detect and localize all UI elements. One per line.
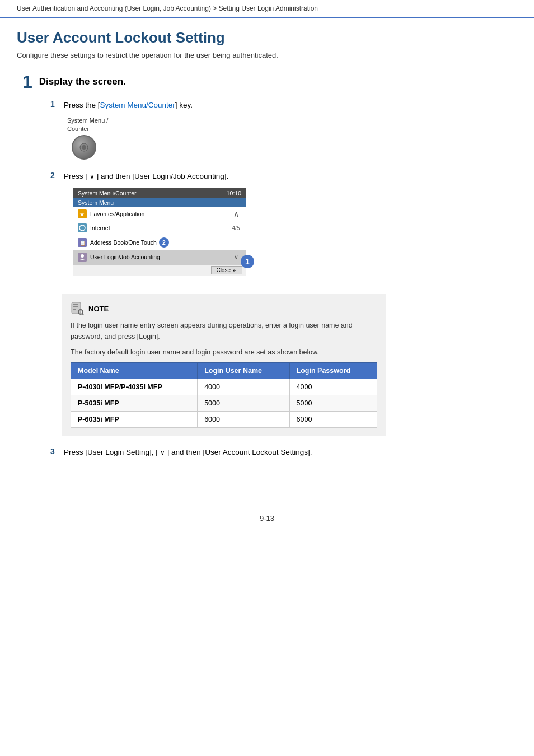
page-subtitle: Configure these settings to restrict the… bbox=[17, 51, 517, 59]
row-icon-userlogin bbox=[78, 253, 87, 262]
screen-row-addressbook: 📋 Address Book/One Touch 2 bbox=[73, 235, 246, 250]
table-cell-pass-2: 5000 bbox=[289, 395, 377, 412]
table-cell-user-1: 4000 bbox=[198, 379, 289, 395]
chevron-symbol-2: ∨ bbox=[90, 172, 95, 180]
key-image-container: System Menu / Counter bbox=[67, 116, 517, 160]
page-footer: 9-13 bbox=[0, 514, 534, 534]
substep-2-line: 2 Press [ ∨ ] and then [User Login/Job A… bbox=[50, 171, 517, 182]
row-icon-favorites: ★ bbox=[78, 209, 87, 218]
row-icon-internet bbox=[78, 223, 87, 232]
screen-badge-1: 1 bbox=[241, 255, 254, 268]
key-button-icon bbox=[72, 135, 96, 160]
substep-1: 1 Press the [System Menu/Counter] key. S… bbox=[50, 100, 517, 160]
screen-header: System Menu/Counter. 10:10 bbox=[73, 188, 246, 198]
svg-text:📋: 📋 bbox=[79, 240, 86, 246]
substep-3: 3 Press [User Login Setting], [ ∨ ] and … bbox=[50, 447, 517, 458]
substep-1-text: Press the [System Menu/Counter] key. bbox=[64, 100, 193, 111]
screen-footer: Close ↵ bbox=[73, 264, 246, 276]
note-line1: If the login user name entry screen appe… bbox=[71, 320, 377, 342]
system-menu-counter-link[interactable]: System Menu/Counter bbox=[100, 101, 175, 109]
step1-heading: 1 Display the screen. bbox=[22, 73, 517, 91]
table-header-username: Login User Name bbox=[198, 363, 289, 379]
note-icon bbox=[71, 302, 84, 315]
svg-text:★: ★ bbox=[79, 211, 85, 217]
screen-row-userlogin: User Login/Job Accounting ∨ bbox=[73, 250, 246, 264]
svg-point-9 bbox=[81, 254, 84, 258]
table-cell-model-3: P-6035i MFP bbox=[71, 412, 198, 428]
address-book-badge: 2 bbox=[159, 237, 169, 248]
substeps-container: 1 Press the [System Menu/Counter] key. S… bbox=[50, 100, 517, 458]
screen-row-internet: Internet 4/5 bbox=[73, 221, 246, 235]
svg-rect-13 bbox=[73, 309, 76, 310]
svg-line-15 bbox=[82, 314, 83, 315]
page-title: User Account Lockout Setting bbox=[17, 29, 517, 46]
table-header-model: Model Name bbox=[71, 363, 198, 379]
breadcrumb: User Authentication and Accounting (User… bbox=[0, 0, 534, 18]
credentials-table: Model Name Login User Name Login Passwor… bbox=[71, 362, 377, 428]
table-cell-user-2: 5000 bbox=[198, 395, 289, 412]
substep-1-line: 1 Press the [System Menu/Counter] key. bbox=[50, 100, 517, 111]
screen-submenu: System Menu bbox=[73, 198, 246, 207]
svg-rect-11 bbox=[73, 304, 78, 305]
table-row: P-5035i MFP 5000 5000 bbox=[71, 395, 377, 412]
svg-rect-12 bbox=[73, 306, 78, 307]
row-side-page: 4/5 bbox=[226, 221, 246, 235]
screen-header-right: 10:10 bbox=[227, 190, 241, 197]
table-cell-user-3: 6000 bbox=[198, 412, 289, 428]
note-header: NOTE bbox=[71, 302, 377, 315]
table-cell-pass-3: 6000 bbox=[289, 412, 377, 428]
table-row: P-4030i MFP/P-4035i MFP 4000 4000 bbox=[71, 379, 377, 395]
screen-header-left: System Menu/Counter. bbox=[78, 190, 138, 197]
substep-2-num: 2 bbox=[50, 171, 62, 180]
table-cell-model-1: P-4030i MFP/P-4035i MFP bbox=[71, 379, 198, 395]
table-cell-pass-1: 4000 bbox=[289, 379, 377, 395]
chevron-symbol-3: ∨ bbox=[160, 449, 165, 456]
table-cell-model-2: P-5035i MFP bbox=[71, 395, 198, 412]
page-number: 9-13 bbox=[260, 514, 274, 522]
substep-3-line: 3 Press [User Login Setting], [ ∨ ] and … bbox=[50, 447, 517, 458]
table-header-password: Login Password bbox=[289, 363, 377, 379]
screen-row-favorites: ★ Favorites/Application ∧ bbox=[73, 207, 246, 221]
step1-number: 1 bbox=[22, 73, 32, 91]
substep-3-num: 3 bbox=[50, 447, 62, 456]
key-label: System Menu / Counter bbox=[67, 116, 108, 133]
row-side-empty bbox=[226, 235, 246, 250]
note-box: NOTE If the login user name entry screen… bbox=[62, 294, 386, 436]
note-line2: The factory default login user name and … bbox=[71, 347, 377, 358]
substep-1-num: 1 bbox=[50, 100, 62, 109]
step1-title: Display the screen. bbox=[39, 76, 126, 87]
substep-2-text: Press [ ∨ ] and then [User Login/Job Acc… bbox=[64, 171, 228, 182]
substep-3-text: Press [User Login Setting], [ ∨ ] and th… bbox=[64, 447, 312, 458]
svg-point-1 bbox=[82, 145, 86, 150]
main-content: User Account Lockout Setting Configure t… bbox=[0, 18, 534, 492]
row-side-up: ∧ bbox=[226, 207, 246, 221]
breadcrumb-text: User Authentication and Accounting (User… bbox=[17, 4, 318, 12]
table-row: P-6035i MFP 6000 6000 bbox=[71, 412, 377, 428]
screen-close-btn: Close ↵ bbox=[211, 266, 242, 274]
screen-mockup: System Menu/Counter. 10:10 System Menu ★ bbox=[73, 188, 246, 276]
substep-2: 2 Press [ ∨ ] and then [User Login/Job A… bbox=[50, 171, 517, 436]
note-title: NOTE bbox=[88, 305, 109, 313]
row-icon-addressbook: 📋 bbox=[78, 238, 87, 247]
